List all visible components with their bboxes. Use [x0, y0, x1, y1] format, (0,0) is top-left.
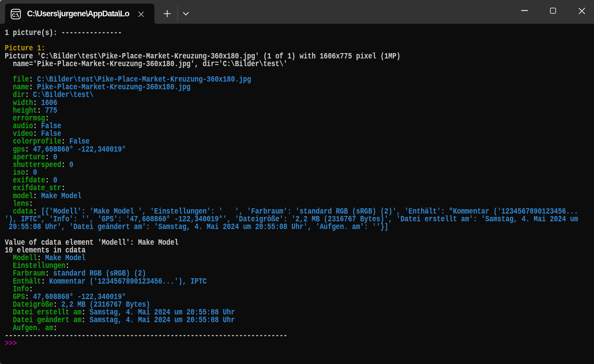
- svg-text:C:: C:: [12, 13, 17, 18]
